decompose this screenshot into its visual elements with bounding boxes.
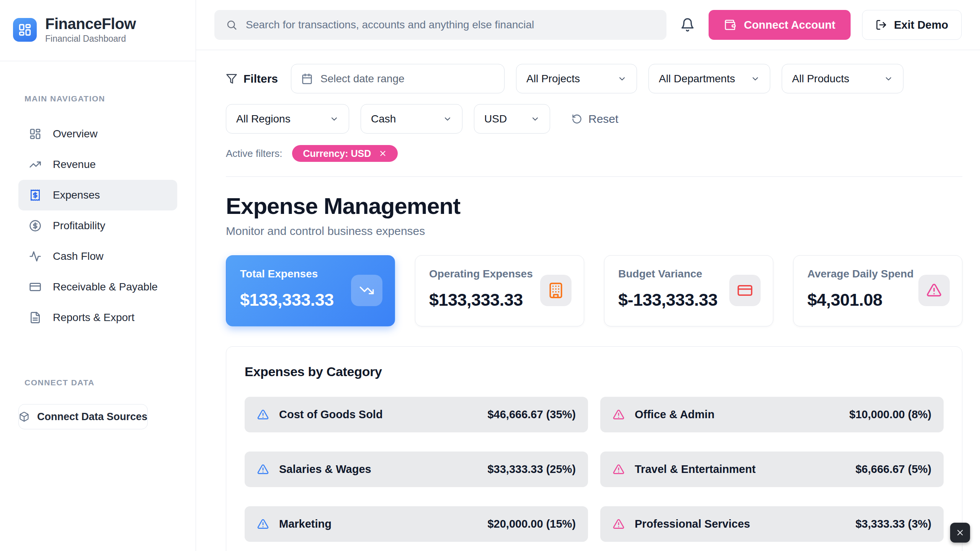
page-title: Expense Management [226,193,962,219]
sidebar-item-label: Cash Flow [53,250,103,262]
brand-name: FinanceFlow [45,15,136,32]
category-value: $3,333.33 (3%) [856,518,931,530]
products-select[interactable]: All Products [782,64,903,93]
date-range-input[interactable]: Select date range [291,64,505,93]
currency-select[interactable]: USD [474,104,550,134]
sidebar-item-label: Reports & Export [53,311,134,324]
sidebar-item-label: Expenses [53,189,100,201]
category-row-travel-entertainment[interactable]: Travel & Entertainment $6,666.67 (5%) [600,452,944,487]
funnel-icon [226,73,237,85]
sidebar-item-expenses[interactable]: Expenses [18,180,177,210]
category-row-cost-of-goods-sold[interactable]: Cost of Goods Sold $46,666.67 (35%) [245,397,588,432]
connect-data-section-label: CONNECT DATA [24,378,196,387]
warning-triangle-icon [257,518,269,530]
dashboard-grid-icon [29,128,41,140]
trending-down-icon [351,275,382,306]
reset-filters-button[interactable]: Reset [572,112,618,126]
active-filters-label: Active filters: [226,148,282,160]
brand-subtitle: Financial Dashboard [45,34,136,44]
sidebar-item-cash-flow[interactable]: Cash Flow [18,241,177,272]
date-range-placeholder: Select date range [320,73,405,85]
rotate-ccw-icon [572,114,582,124]
receipt-icon [29,189,41,201]
filters-title: Filters [226,72,278,85]
activity-icon [29,250,41,262]
sidebar-item-revenue[interactable]: Revenue [18,149,177,180]
category-label: Marketing [279,518,477,530]
active-filters-row: Active filters: Currency: USD [226,145,962,162]
credit-card-icon [729,275,761,306]
sidebar-item-label: Profitability [53,220,105,232]
sidebar-item-reports-export[interactable]: Reports & Export [18,302,177,333]
document-icon [29,311,41,324]
reset-label: Reset [588,112,618,126]
stat-card-average-daily-spend[interactable]: Average Daily Spend $4,301.08 [793,255,962,326]
warning-triangle-icon [612,463,625,476]
category-value: $6,666.67 (5%) [856,463,931,476]
sidebar-item-overview[interactable]: Overview [18,119,177,149]
search-icon [226,19,237,31]
bell-icon [680,18,695,32]
sidebar-item-profitability[interactable]: Profitability [18,210,177,241]
category-value: $20,000.00 (15%) [487,518,576,530]
sidebar: FinanceFlow Financial Dashboard MAIN NAV… [0,0,196,551]
search-input[interactable] [246,19,655,31]
connect-account-button[interactable]: Connect Account [709,10,851,40]
active-filter-chip-label: Currency: USD [303,148,371,159]
filters-section: Filters Select date range All Projects [226,64,962,177]
cube-icon [19,411,29,422]
payment-method-select[interactable]: Cash [361,104,462,134]
expenses-by-category-section: Expenses by Category Cost of Goods Sold … [226,346,962,551]
stat-card-total-expenses[interactable]: Total Expenses $133,333.33 [226,255,395,326]
category-row-professional-services[interactable]: Professional Services $3,333.33 (3%) [600,506,944,542]
connect-data-sources-button[interactable]: Connect Data Sources [18,404,148,429]
calendar-icon [301,73,313,85]
chevron-down-icon [617,74,627,83]
regions-select[interactable]: All Regions [226,104,349,134]
exit-demo-button[interactable]: Exit Demo [862,10,962,40]
currency-select-value: USD [484,113,507,125]
logout-icon [875,19,887,31]
category-row-office-admin[interactable]: Office & Admin $10,000.00 (8%) [600,397,944,432]
active-filter-chip-currency[interactable]: Currency: USD [292,145,398,162]
chevron-down-icon [751,74,760,83]
category-row-salaries-wages[interactable]: Salaries & Wages $33,333.33 (25%) [245,452,588,487]
chevron-down-icon [884,74,893,83]
connect-account-label: Connect Account [744,19,835,31]
global-search[interactable] [214,10,666,40]
financeflow-app: FinanceFlow Financial Dashboard MAIN NAV… [0,0,980,551]
close-icon [956,528,965,537]
credit-card-icon [29,281,41,293]
departments-select[interactable]: All Departments [648,64,770,93]
sidebar-item-receivable-payable[interactable]: Receivable & Payable [18,272,177,302]
category-label: Salaries & Wages [279,463,477,476]
close-icon[interactable] [379,149,387,158]
stat-card-budget-variance[interactable]: Budget Variance $-133,333.33 [604,255,773,326]
chevron-down-icon [330,114,339,124]
category-label: Professional Services [635,518,846,530]
notifications-button[interactable] [678,15,697,34]
dollar-circle-icon [29,220,41,232]
close-overlay-button[interactable] [950,523,970,543]
category-list: Cost of Goods Sold $46,666.67 (35%) Offi… [245,397,944,542]
stat-card-operating-expenses[interactable]: Operating Expenses $133,333.33 [415,255,584,326]
top-bar: Connect Account Exit Demo [196,0,980,50]
projects-select[interactable]: All Projects [516,64,637,93]
sidebar-item-label: Receivable & Payable [53,281,158,293]
main-navigation: MAIN NAVIGATION Overview Revenue [0,61,196,551]
regions-select-value: All Regions [236,113,291,125]
sidebar-item-label: Revenue [53,158,96,171]
brand: FinanceFlow Financial Dashboard [0,0,196,61]
exit-demo-label: Exit Demo [894,19,948,31]
page-subtitle: Monitor and control business expenses [226,225,962,238]
warning-triangle-icon [612,409,625,421]
category-row-marketing[interactable]: Marketing $20,000.00 (15%) [245,506,588,542]
chevron-down-icon [531,114,540,124]
chevron-down-icon [443,114,452,124]
warning-triangle-icon [612,518,625,530]
warning-triangle-icon [257,409,269,421]
projects-select-value: All Projects [526,73,580,85]
warning-triangle-icon [257,463,269,476]
category-value: $33,333.33 (25%) [487,463,576,476]
stat-cards: Total Expenses $133,333.33 Operating Exp… [226,255,962,326]
